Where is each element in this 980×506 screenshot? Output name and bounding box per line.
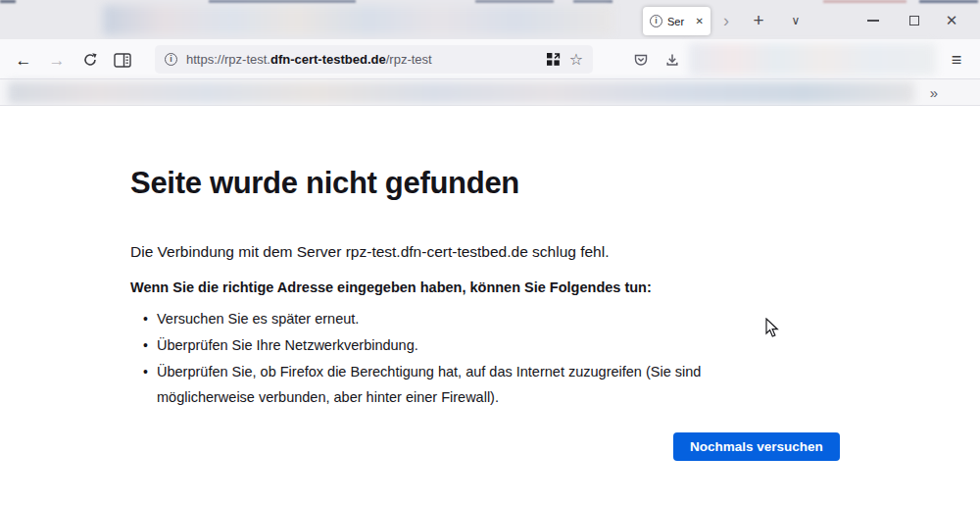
- sidebar-toggle-button[interactable]: [109, 46, 136, 74]
- back-button[interactable]: ←: [10, 46, 37, 74]
- page-content: Seite wurde nicht gefunden Die Verbindun…: [0, 106, 980, 506]
- url-prefix: https://rpz-test.: [186, 52, 270, 67]
- advice-list: Versuchen Sie es später erneut. Überprüf…: [130, 306, 777, 411]
- background-sliver: [0, 0, 16, 3]
- bookmarks-overflow-icon[interactable]: »: [921, 80, 947, 104]
- menu-button[interactable]: ≡: [943, 46, 970, 74]
- error-description: Die Verbindung mit dem Server rpz-test.d…: [130, 243, 797, 261]
- sidebar-icon: [114, 53, 131, 68]
- blurred-bookmarks-region: [8, 81, 914, 104]
- background-sliver: [209, 0, 356, 3]
- url-path: /rpz-test: [386, 52, 432, 67]
- reload-icon: [82, 52, 98, 68]
- minimize-icon: [867, 20, 879, 22]
- extension-grid-icon[interactable]: [546, 52, 561, 67]
- bookmark-star-icon[interactable]: ☆: [569, 52, 583, 68]
- url-text[interactable]: https://rpz-test.dfn-cert-testbed.de/rpz…: [186, 52, 537, 67]
- address-bar[interactable]: i https://rpz-test.dfn-cert-testbed.de/r…: [155, 45, 593, 74]
- tab-scroll-right-icon[interactable]: ›: [716, 8, 736, 33]
- pocket-button[interactable]: [627, 46, 655, 74]
- download-icon: [664, 52, 680, 68]
- advice-heading: Wenn Sie die richtige Adresse eingegeben…: [130, 279, 797, 295]
- background-sliver: [573, 0, 612, 3]
- new-tab-button[interactable]: +: [747, 8, 770, 33]
- list-item: Versuchen Sie es später erneut.: [130, 306, 777, 331]
- downloads-button[interactable]: [659, 46, 686, 74]
- window-close-button[interactable]: ✕: [937, 8, 966, 33]
- mouse-cursor: [765, 318, 780, 338]
- active-tab[interactable]: i Ser ✕: [643, 7, 710, 35]
- url-domain: dfn-cert-testbed.de: [270, 52, 386, 67]
- tab-close-icon[interactable]: ✕: [696, 16, 704, 26]
- forward-button[interactable]: →: [43, 46, 71, 74]
- navigation-toolbar: ← → i https://rpz-test.dfn-cert-testbed.…: [0, 39, 980, 79]
- maximize-icon: [909, 16, 919, 25]
- retry-button[interactable]: Nochmals versuchen: [673, 432, 840, 461]
- background-sliver: [919, 0, 978, 3]
- background-sliver: [475, 0, 554, 3]
- reload-button[interactable]: [76, 46, 104, 74]
- tab-title: Ser: [667, 16, 691, 27]
- page-title: Seite wurde nicht gefunden: [130, 166, 519, 201]
- list-all-tabs-icon[interactable]: ∨: [784, 8, 808, 33]
- tab-favicon-info-icon: i: [650, 15, 662, 27]
- list-item: Überprüfen Sie Ihre Netzwerkverbindung.: [130, 332, 777, 358]
- site-info-icon[interactable]: i: [165, 53, 177, 66]
- tab-strip: i Ser ✕ › + ∨ ✕: [0, 0, 980, 39]
- list-item: Überprüfen Sie, ob Firefox die Berechtig…: [130, 359, 777, 410]
- window-maximize-button[interactable]: [900, 8, 929, 33]
- window-minimize-button[interactable]: [858, 8, 888, 33]
- browser-window: i Ser ✕ › + ∨ ✕ ← →: [0, 0, 980, 506]
- blurred-toolbar-region: [689, 43, 936, 76]
- pocket-icon: [633, 52, 649, 68]
- blurred-tabs-region: [103, 5, 612, 35]
- bookmarks-toolbar: »: [0, 79, 980, 106]
- background-sliver: [823, 0, 906, 3]
